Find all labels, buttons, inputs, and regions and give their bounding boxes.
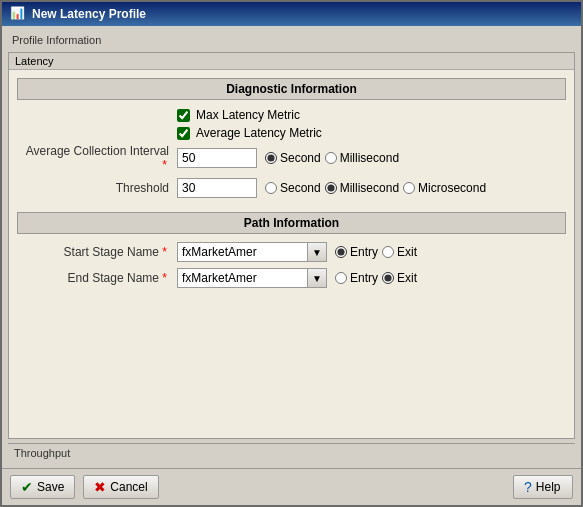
avg-collection-row: Average Collection Interval * Second Mil…	[17, 144, 566, 172]
end-stage-required: *	[162, 271, 167, 285]
avg-collection-input[interactable]	[177, 148, 257, 168]
main-panel: Latency Diagnostic Information Max Laten…	[8, 52, 575, 439]
start-exit-label: Exit	[397, 245, 417, 259]
start-entry-label: Entry	[350, 245, 378, 259]
threshold-millisecond-item: Millisecond	[325, 181, 399, 195]
threshold-input[interactable]	[177, 178, 257, 198]
help-icon: ?	[524, 479, 532, 495]
threshold-radio-group: Second Millisecond Microsecond	[265, 181, 486, 195]
window-title: New Latency Profile	[32, 7, 146, 21]
cancel-icon: ✖	[94, 479, 106, 495]
avg-second-radio[interactable]	[265, 152, 277, 164]
start-stage-dropdown-btn[interactable]: ▼	[307, 242, 327, 262]
end-exit-item: Exit	[382, 271, 417, 285]
start-stage-required: *	[162, 245, 167, 259]
end-stage-dropdown-btn[interactable]: ▼	[307, 268, 327, 288]
start-exit-item: Exit	[382, 245, 417, 259]
help-button[interactable]: ? Help	[513, 475, 573, 499]
panel-inner: Diagnostic Information Max Latency Metri…	[9, 70, 574, 438]
path-section-title: Path Information	[17, 212, 566, 234]
threshold-label: Threshold	[17, 181, 177, 195]
bottom-tab[interactable]: Throughput	[8, 443, 575, 462]
max-latency-checkbox[interactable]	[177, 109, 190, 122]
end-stage-label: End Stage Name *	[17, 271, 177, 285]
cancel-button[interactable]: ✖ Cancel	[83, 475, 158, 499]
avg-latency-label: Average Latency Metric	[196, 126, 322, 140]
threshold-row: Threshold Second Millisecond	[17, 178, 566, 198]
profile-info-label: Profile Information	[8, 32, 575, 48]
avg-latency-checkbox[interactable]	[177, 127, 190, 140]
avg-millisecond-label: Millisecond	[340, 151, 399, 165]
threshold-millisecond-label: Millisecond	[340, 181, 399, 195]
latency-tab[interactable]: Latency	[9, 53, 574, 70]
main-window: 📊 New Latency Profile Profile Informatio…	[0, 0, 583, 507]
end-entry-item: Entry	[335, 271, 378, 285]
save-icon: ✔	[21, 479, 33, 495]
diagnostic-section-title: Diagnostic Information	[17, 78, 566, 100]
avg-millisecond-radio[interactable]	[325, 152, 337, 164]
avg-second-label: Second	[280, 151, 321, 165]
avg-collection-required: *	[162, 158, 167, 172]
end-stage-row: End Stage Name * ▼ Entry	[17, 268, 566, 288]
start-stage-row: Start Stage Name * ▼ Entry	[17, 242, 566, 262]
end-stage-dropdown-container: ▼	[177, 268, 327, 288]
max-latency-row: Max Latency Metric	[177, 108, 566, 122]
max-latency-label: Max Latency Metric	[196, 108, 300, 122]
save-button[interactable]: ✔ Save	[10, 475, 75, 499]
threshold-microsecond-item: Microsecond	[403, 181, 486, 195]
start-entry-radio[interactable]	[335, 246, 347, 258]
start-stage-dropdown-container: ▼	[177, 242, 327, 262]
threshold-second-radio[interactable]	[265, 182, 277, 194]
threshold-microsecond-label: Microsecond	[418, 181, 486, 195]
title-bar: 📊 New Latency Profile	[2, 2, 581, 26]
threshold-millisecond-radio[interactable]	[325, 182, 337, 194]
end-exit-label: Exit	[397, 271, 417, 285]
button-bar: ✔ Save ✖ Cancel ? Help	[2, 468, 581, 505]
start-stage-label: Start Stage Name *	[17, 245, 177, 259]
content-area: Profile Information Latency Diagnostic I…	[2, 26, 581, 468]
avg-collection-radio-group: Second Millisecond	[265, 151, 399, 165]
end-stage-input[interactable]	[177, 268, 307, 288]
threshold-second-label: Second	[280, 181, 321, 195]
start-exit-radio[interactable]	[382, 246, 394, 258]
start-stage-input[interactable]	[177, 242, 307, 262]
avg-latency-row: Average Latency Metric	[177, 126, 566, 140]
threshold-microsecond-radio[interactable]	[403, 182, 415, 194]
second-radio-item: Second	[265, 151, 321, 165]
end-stage-radio-group: Entry Exit	[335, 271, 417, 285]
end-entry-label: Entry	[350, 271, 378, 285]
start-entry-item: Entry	[335, 245, 378, 259]
avg-collection-label: Average Collection Interval *	[17, 144, 177, 172]
start-stage-radio-group: Entry Exit	[335, 245, 417, 259]
millisecond-radio-item: Millisecond	[325, 151, 399, 165]
threshold-second-item: Second	[265, 181, 321, 195]
window-icon: 📊	[10, 6, 26, 22]
end-entry-radio[interactable]	[335, 272, 347, 284]
end-exit-radio[interactable]	[382, 272, 394, 284]
